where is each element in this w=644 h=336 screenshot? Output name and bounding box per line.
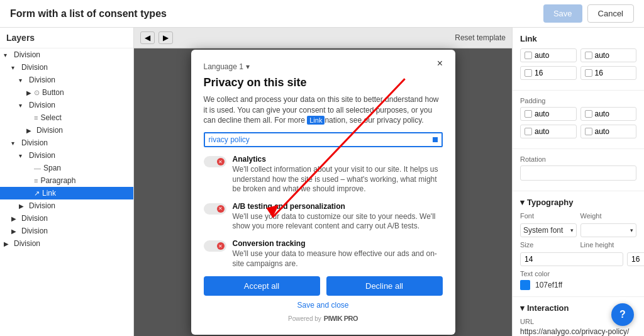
layer-item[interactable]: ▾Division [0, 149, 133, 162]
rotation-input[interactable] [520, 165, 636, 181]
link-field-16-1[interactable] [520, 66, 577, 80]
modal-button-row: Accept all Decline all [204, 276, 443, 296]
save-close-link[interactable]: Save and close [204, 301, 443, 310]
link-field-auto-2[interactable] [580, 48, 637, 62]
layer-item[interactable]: ▾Division [0, 74, 133, 86]
font-chevron-icon: ▾ [570, 227, 574, 233]
layer-label: Division [29, 151, 55, 160]
weight-label: Weight [580, 212, 637, 220]
link-checkbox-3[interactable] [525, 69, 532, 77]
layer-chevron: ▶ [11, 228, 19, 235]
link-checkbox-1[interactable] [525, 52, 532, 59]
padding-field-auto-3[interactable] [520, 125, 577, 138]
link-input-auto-2[interactable] [595, 51, 633, 60]
text-color-label: Text color [520, 270, 636, 277]
layer-item[interactable]: ≡Paragraph [0, 174, 133, 187]
layer-item[interactable]: ▶Division [0, 212, 133, 225]
rotation-label: Rotation [520, 155, 636, 163]
pad-checkbox-4[interactable] [585, 128, 592, 135]
layer-label: Division [29, 76, 55, 84]
layer-item[interactable]: ▶⊙Button [0, 86, 133, 99]
link-input-16-2[interactable] [595, 69, 633, 77]
layer-label: Division [14, 239, 40, 248]
layer-item[interactable]: —Span [0, 162, 133, 174]
layer-label: Division [29, 101, 55, 109]
modal-footer: Powered by PIWIK PRO [204, 315, 443, 322]
help-button[interactable]: ? [611, 303, 634, 326]
accept-all-button[interactable]: Accept all [204, 276, 320, 296]
layer-type-icon: ⊙ [34, 89, 40, 97]
layer-label: Paragraph [40, 176, 75, 185]
font-select[interactable]: System font ▾ [520, 223, 577, 237]
decline-all-button[interactable]: Decline all [326, 276, 443, 296]
layer-item[interactable]: ▾Division [0, 99, 133, 111]
page-title: Form with a list of consent types [10, 8, 167, 20]
line-height-input[interactable] [627, 252, 644, 266]
layer-label: Division [14, 50, 40, 59]
ab-testing-toggle[interactable]: ✕ [204, 203, 226, 215]
layer-chevron: ▾ [4, 52, 11, 59]
size-label: Size [520, 241, 577, 249]
layer-item[interactable]: ▶Division [0, 124, 133, 137]
forward-button[interactable]: ▶ [158, 31, 173, 44]
padding-section: Padding [513, 91, 644, 149]
padding-input-2[interactable] [595, 109, 633, 118]
padding-field-auto-2[interactable] [580, 107, 637, 121]
analytics-toggle[interactable]: ✕ [204, 156, 226, 167]
link-checkbox-4[interactable] [585, 69, 592, 77]
layer-item[interactable]: ↗Link [0, 187, 133, 199]
link-input-auto-1[interactable] [535, 51, 572, 60]
padding-input-1[interactable] [535, 109, 572, 118]
text-color-row: 107ef1ff [520, 280, 636, 290]
link-input-16-1[interactable] [535, 69, 572, 77]
layer-item[interactable]: ▾Division [0, 137, 133, 149]
layer-chevron: ▶ [4, 240, 11, 247]
link-field-16-2[interactable] [580, 66, 637, 80]
link-field-row-2 [520, 66, 636, 80]
layer-item[interactable]: ▾Division [0, 48, 133, 61]
padding-field-auto-4[interactable] [580, 125, 637, 138]
modal-overlay: Language 1 ▾ × Privacy on this site We c… [191, 50, 455, 335]
main-layout: Layers ▾Division▾Division▾Division▶⊙Butt… [0, 28, 644, 336]
padding-input-3[interactable] [535, 127, 572, 136]
canvas-nav: ◀ ▶ [140, 31, 173, 44]
padding-field-auto-1[interactable] [520, 107, 577, 121]
size-input[interactable] [520, 252, 623, 266]
modal-language[interactable]: Language 1 ▾ [204, 62, 443, 71]
weight-chevron-icon: ▾ [630, 227, 633, 233]
canvas-toolbar: ◀ ▶ Reset template [134, 28, 512, 48]
link-field-auto-1[interactable] [520, 48, 577, 62]
layer-item[interactable]: ▶Division [0, 225, 133, 237]
layer-item[interactable]: ▾Division [0, 61, 133, 74]
cancel-button[interactable]: Cancel [587, 4, 634, 23]
modal-close-button[interactable]: × [434, 57, 447, 70]
canvas-area: ◀ ▶ Reset template Language 1 ▾ × Privac… [134, 28, 512, 336]
link-section-title: Link [520, 34, 636, 43]
layer-type-icon: ↗ [34, 189, 40, 198]
layers-panel: Layers ▾Division▾Division▾Division▶⊙Butt… [0, 28, 134, 336]
back-button[interactable]: ◀ [140, 31, 155, 44]
modal-description: We collect and process your data on this… [204, 94, 443, 126]
layer-type-icon: ≡ [34, 177, 38, 184]
color-swatch[interactable] [520, 280, 530, 290]
save-button[interactable]: Save [543, 4, 582, 23]
reset-template-button[interactable]: Reset template [455, 33, 506, 42]
link-checkbox-2[interactable] [585, 52, 592, 59]
pad-checkbox-2[interactable] [585, 110, 592, 118]
layer-item[interactable]: ≡Select [0, 111, 133, 124]
layer-label: Division [21, 138, 48, 147]
consent-item-ab-testing: ✕ A/B testing and personalization We'll … [204, 202, 443, 232]
layer-chevron: ▾ [11, 140, 19, 147]
padding-input-4[interactable] [595, 127, 633, 136]
chevron-down-icon-interaction: ▾ [520, 303, 525, 313]
weight-select[interactable]: ▾ [580, 223, 637, 237]
privacy-policy-link-box[interactable]: rivacy policy [204, 132, 443, 147]
link-section: Link [513, 28, 644, 91]
pad-checkbox-3[interactable] [525, 128, 532, 135]
pad-checkbox-1[interactable] [525, 110, 532, 118]
conversion-toggle[interactable]: ✕ [204, 240, 226, 252]
padding-field-row-2 [520, 125, 636, 138]
layer-item[interactable]: ▶Division [0, 237, 133, 250]
resize-handle[interactable] [433, 137, 438, 142]
layer-item[interactable]: ▶Division [0, 199, 133, 212]
